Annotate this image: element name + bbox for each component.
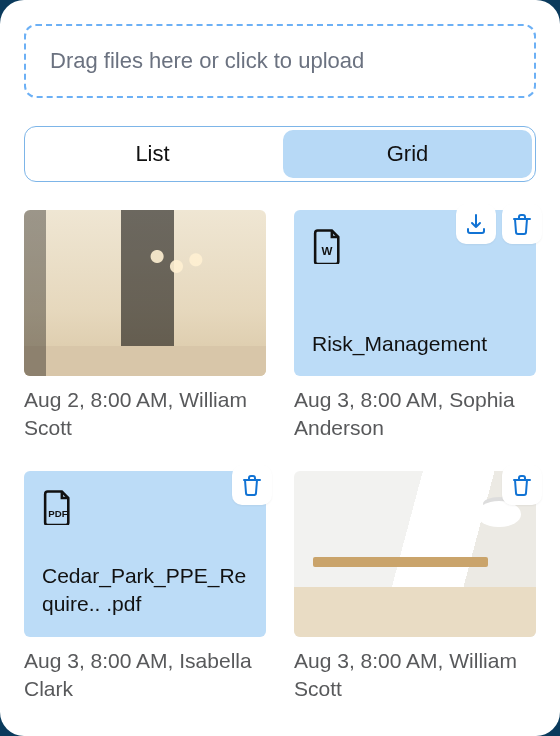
file-thumbnail: PDF Cedar_Park_PPE_Require.. .pdf [24,471,266,637]
upload-dropzone[interactable]: Drag files here or click to upload [24,24,536,98]
file-thumbnail [24,210,266,376]
delete-button[interactable] [502,465,542,505]
trash-icon [510,212,534,236]
file-name: Risk_Management [312,330,518,358]
upload-placeholder: Drag files here or click to upload [50,48,364,73]
file-meta: Aug 2, 8:00 AM, William Scott [24,386,266,443]
file-meta: Aug 3, 8:00 AM, Isabella Clark [24,647,266,704]
view-list-tab[interactable]: List [28,130,277,178]
download-icon [464,212,488,236]
file-thumbnail [294,471,536,637]
delete-button[interactable] [232,465,272,505]
delete-button[interactable] [502,204,542,244]
trash-icon [240,473,264,497]
download-button[interactable] [456,204,496,244]
file-card[interactable]: Aug 3, 8:00 AM, William Scott [294,471,536,704]
view-toggle: List Grid [24,126,536,182]
file-actions [456,204,542,244]
image-preview [24,210,266,376]
file-card[interactable]: W Risk_Management Aug 3, 8:00 AM, Sophia… [294,210,536,443]
file-actions [502,465,542,505]
file-meta: Aug 3, 8:00 AM, Sophia Anderson [294,386,536,443]
svg-text:W: W [322,245,333,257]
view-grid-tab[interactable]: Grid [283,130,532,178]
trash-icon [510,473,534,497]
file-panel: Drag files here or click to upload List … [0,0,560,736]
file-actions [232,465,272,505]
file-grid: Aug 2, 8:00 AM, William Scott W Risk_Man… [24,210,536,703]
file-card[interactable]: Aug 2, 8:00 AM, William Scott [24,210,266,443]
file-card[interactable]: PDF Cedar_Park_PPE_Require.. .pdf Aug 3,… [24,471,266,704]
file-meta: Aug 3, 8:00 AM, William Scott [294,647,536,704]
pdf-file-icon: PDF [42,489,248,529]
file-name: Cedar_Park_PPE_Require.. .pdf [42,562,248,619]
image-preview [294,471,536,637]
svg-text:PDF: PDF [48,508,67,519]
